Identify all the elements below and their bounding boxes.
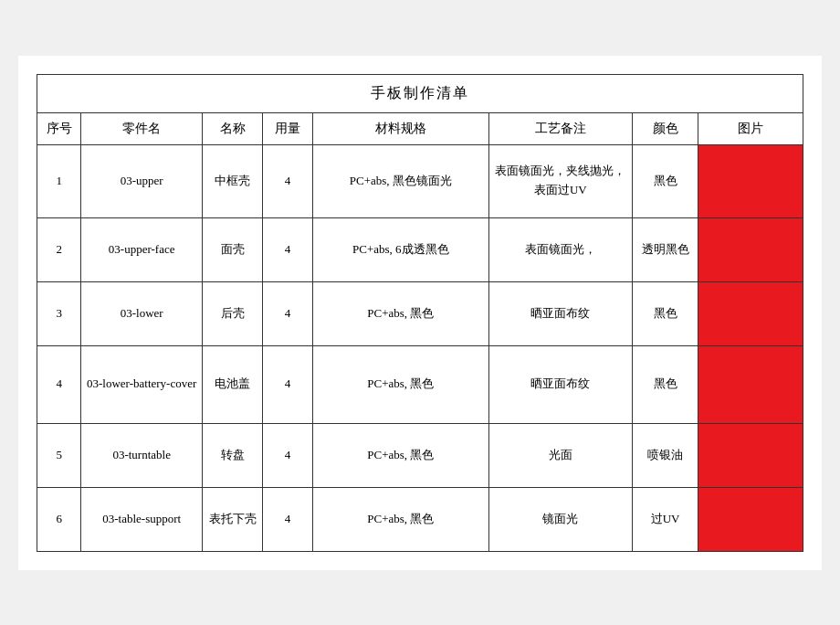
cell-seq: 1 (37, 144, 81, 217)
cell-spec: PC+abs, 黑色 (312, 281, 488, 345)
header-part: 零件名 (81, 112, 203, 144)
cell-spec: PC+abs, 6成透黑色 (312, 217, 488, 281)
cell-part: 03-upper-face (81, 217, 203, 281)
cell-image (698, 345, 803, 423)
main-table: 手板制作清单 序号 零件名 名称 用量 材料规格 工艺备注 颜色 图片 103-… (37, 74, 803, 552)
header-row: 序号 零件名 名称 用量 材料规格 工艺备注 颜色 图片 (37, 112, 803, 144)
cell-image (698, 487, 803, 551)
cell-image (698, 281, 803, 345)
cell-qty: 4 (263, 144, 312, 217)
cell-name: 转盘 (203, 423, 263, 487)
cell-qty: 4 (263, 345, 312, 423)
cell-name: 面壳 (203, 217, 263, 281)
cell-process: 表面镜面光，夹线抛光，表面过UV (488, 144, 632, 217)
cell-part: 03-upper (81, 144, 203, 217)
page-wrapper: 手板制作清单 序号 零件名 名称 用量 材料规格 工艺备注 颜色 图片 103-… (18, 56, 822, 570)
table-row: 203-upper-face面壳4PC+abs, 6成透黑色表面镜面光，透明黑色 (37, 217, 803, 281)
table-row: 103-upper中框壳4PC+abs, 黑色镜面光表面镜面光，夹线抛光，表面过… (37, 144, 803, 217)
cell-qty: 4 (263, 423, 312, 487)
cell-seq: 2 (37, 217, 81, 281)
cell-process: 光面 (488, 423, 632, 487)
cell-image (698, 423, 803, 487)
cell-qty: 4 (263, 281, 312, 345)
cell-seq: 4 (37, 345, 81, 423)
cell-name: 中框壳 (203, 144, 263, 217)
cell-process: 表面镜面光， (488, 217, 632, 281)
title-row: 手板制作清单 (37, 74, 803, 112)
cell-qty: 4 (263, 487, 312, 551)
cell-spec: PC+abs, 黑色镜面光 (312, 144, 488, 217)
cell-seq: 3 (37, 281, 81, 345)
header-name: 名称 (203, 112, 263, 144)
cell-image (698, 144, 803, 217)
cell-color: 透明黑色 (632, 217, 698, 281)
header-image: 图片 (698, 112, 803, 144)
cell-seq: 5 (37, 423, 81, 487)
cell-name: 表托下壳 (203, 487, 263, 551)
cell-color: 黑色 (632, 144, 698, 217)
cell-color: 黑色 (632, 281, 698, 345)
header-spec: 材料规格 (312, 112, 488, 144)
cell-part: 03-turntable (81, 423, 203, 487)
cell-part: 03-table-support (81, 487, 203, 551)
cell-image (698, 217, 803, 281)
cell-spec: PC+abs, 黑色 (312, 345, 488, 423)
cell-qty: 4 (263, 217, 312, 281)
table-row: 403-lower-battery-cover电池盖4PC+abs, 黑色晒亚面… (37, 345, 803, 423)
header-seq: 序号 (37, 112, 81, 144)
cell-color: 黑色 (632, 345, 698, 423)
header-qty: 用量 (263, 112, 312, 144)
cell-spec: PC+abs, 黑色 (312, 423, 488, 487)
cell-spec: PC+abs, 黑色 (312, 487, 488, 551)
cell-process: 镜面光 (488, 487, 632, 551)
header-process: 工艺备注 (488, 112, 632, 144)
table-row: 503-turntable转盘4PC+abs, 黑色光面喷银油 (37, 423, 803, 487)
cell-part: 03-lower (81, 281, 203, 345)
cell-process: 晒亚面布纹 (488, 345, 632, 423)
header-color: 颜色 (632, 112, 698, 144)
cell-seq: 6 (37, 487, 81, 551)
cell-color: 过UV (632, 487, 698, 551)
table-row: 303-lower后壳4PC+abs, 黑色晒亚面布纹黑色 (37, 281, 803, 345)
cell-process: 晒亚面布纹 (488, 281, 632, 345)
table-title: 手板制作清单 (37, 74, 803, 112)
table-row: 603-table-support表托下壳4PC+abs, 黑色镜面光过UV (37, 487, 803, 551)
cell-color: 喷银油 (632, 423, 698, 487)
cell-name: 后壳 (203, 281, 263, 345)
cell-part: 03-lower-battery-cover (81, 345, 203, 423)
cell-name: 电池盖 (203, 345, 263, 423)
